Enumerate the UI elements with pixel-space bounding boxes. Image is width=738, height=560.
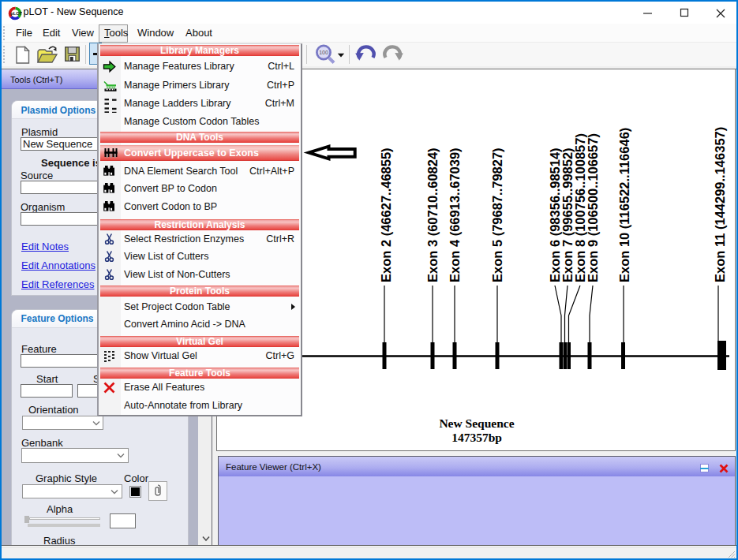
svg-text:147357bp: 147357bp [451, 431, 502, 444]
svg-text:Exon 2 (46627..46855): Exon 2 (46627..46855) [379, 147, 393, 282]
svg-text:Exon 10 (116522..116646): Exon 10 (116522..116646) [617, 128, 631, 282]
svg-text:Exon 9 (106500..106657): Exon 9 (106500..106657) [586, 133, 600, 282]
svg-text:Exon 4 (66913..67039): Exon 4 (66913..67039) [448, 147, 462, 282]
svg-text:Exon 5 (79687..79827): Exon 5 (79687..79827) [490, 147, 504, 282]
svg-text:Exon 11 (144299..146357): Exon 11 (144299..146357) [713, 127, 727, 282]
svg-text:Exon 3 (60710..60824): Exon 3 (60710..60824) [425, 147, 440, 282]
svg-text:New Sequence: New Sequence [439, 416, 514, 430]
